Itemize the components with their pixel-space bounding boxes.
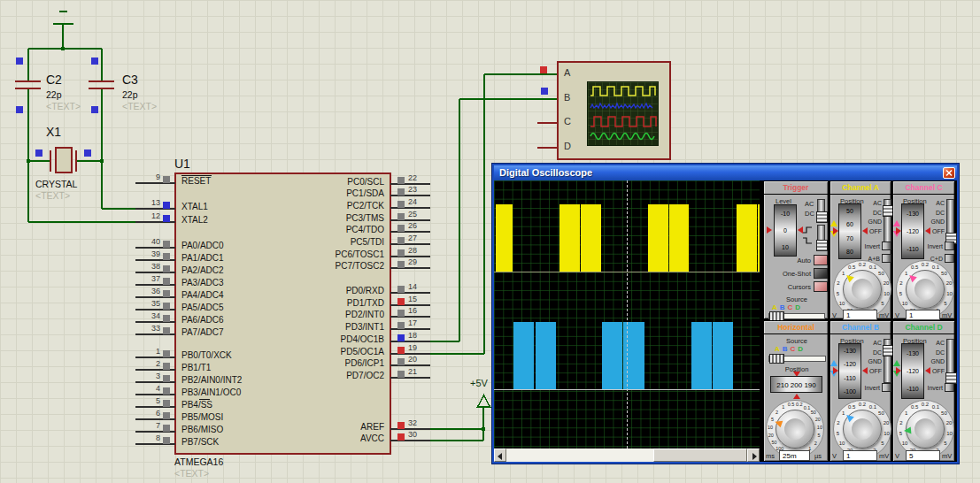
coupling-option: AC — [936, 199, 945, 209]
u1-ref[interactable]: U1 — [174, 157, 190, 171]
scroll-left-button[interactable] — [494, 448, 506, 462]
channel-d-knob-pointer — [904, 408, 946, 450]
u1-pin-label: XTAL1 — [181, 202, 208, 211]
u1-pin-label: PB3/AIN1/OC0 — [181, 387, 241, 397]
close-button[interactable] — [943, 167, 955, 179]
crystal-x1[interactable] — [50, 148, 76, 172]
knob-scale-label: 10 — [817, 425, 822, 430]
u1-pin-number: 3 — [123, 372, 160, 380]
pwm-pulse-series-0 — [669, 204, 689, 272]
channel-b-invert-button[interactable] — [882, 383, 891, 392]
channel-a-position-value: 50 — [846, 208, 853, 214]
coupling-option: DC — [936, 349, 945, 358]
channel-a-invert-button[interactable] — [882, 242, 891, 250]
scope-cursor-line[interactable] — [627, 180, 628, 448]
oscilloscope-part-input-a[interactable]: A — [564, 67, 570, 78]
right-arrow-icon — [752, 453, 757, 460]
channel-a-position-display[interactable]: 50607080 — [838, 203, 861, 259]
trigger-coupling-toggle[interactable] — [817, 199, 825, 222]
u1-pin-number: 20 — [408, 355, 417, 364]
channel-b-pos-arrow-left — [833, 367, 838, 374]
trigger-level-display[interactable]: -10010 — [774, 204, 797, 257]
channel-b-coupling-slider[interactable] — [884, 339, 891, 383]
c2-value[interactable]: 22p — [46, 89, 62, 100]
u1-type[interactable]: ATMEGA16 — [174, 456, 223, 467]
u1-pin-number: 35 — [123, 299, 160, 308]
window-titlebar[interactable]: Digital Oscilloscope — [494, 165, 957, 180]
channel-d-invert-button[interactable] — [945, 383, 954, 392]
channel-c-up-arrow-icon[interactable] — [893, 220, 900, 226]
channel-c-position-display[interactable]: -130-120-110 — [901, 203, 924, 259]
u1-pin-label: AVCC — [297, 433, 384, 443]
knob-scale-label: 0.2 — [922, 262, 929, 267]
channel-a-up-arrow-icon[interactable] — [830, 220, 837, 226]
u1-pin-number: 24 — [408, 197, 417, 206]
x1-type[interactable]: CRYSTAL — [35, 179, 77, 189]
u1-pin-number: 36 — [123, 287, 160, 295]
knob-scale-label: 0.5 — [911, 404, 918, 410]
coupling-option: DC — [873, 349, 882, 358]
u1-pin-number: 15 — [408, 295, 417, 303]
horizontal-source-slider[interactable] — [768, 356, 826, 362]
c2-ref[interactable]: C2 — [46, 73, 62, 87]
channel-b-gain-value[interactable]: 1 — [843, 450, 877, 461]
trigger-level-value: 10 — [782, 244, 789, 250]
u1-pin-label: PB7/SCK — [181, 437, 219, 447]
u1-pin-number: 16 — [408, 306, 417, 315]
left-arrow-icon — [498, 453, 502, 460]
horizontal-timebase-value[interactable]: 25m — [779, 450, 810, 461]
u1-pin-number: 40 — [123, 237, 160, 246]
trigger-source-channels: ABCD — [772, 303, 800, 311]
u1-pin-number: 22 — [408, 173, 417, 182]
u1-pin-label: PA1/ADC1 — [181, 253, 224, 263]
oscilloscope-part-input-d[interactable]: D — [564, 141, 571, 151]
u1-pin-number: 9 — [123, 172, 160, 181]
pwm-pulse-series-1 — [602, 322, 622, 389]
u1-pin-label: PA3/ADC3 — [181, 278, 224, 288]
channel-b-up-arrow-icon[interactable] — [830, 360, 837, 366]
channel-c-invert-button[interactable] — [945, 242, 954, 250]
c3-value[interactable]: 22p — [122, 89, 138, 100]
u1-pin-label: PC6/TOSC1 — [297, 249, 384, 259]
u1-pin-label: PA4/ADC4 — [181, 290, 224, 300]
u1-pin-label: PC4/TDO — [297, 225, 384, 234]
knob-scale-label: 10 — [839, 301, 845, 306]
trigger-cursors-button[interactable] — [814, 281, 828, 292]
channel-d-coupling-slider[interactable] — [946, 339, 954, 383]
u1-pin-label: PD6/ICP1 — [297, 358, 384, 368]
scope-display — [494, 180, 760, 448]
horizontal-position-display[interactable]: 210 200 190 — [770, 376, 822, 393]
channel-b-position-value: -110 — [844, 375, 856, 381]
display-scrollbar[interactable] — [494, 448, 760, 462]
oscilloscope-part-pins[interactable] — [537, 123, 558, 148]
channel-d-panel: Channel D Position -130-120-110 ACDCGNDO… — [892, 320, 955, 462]
channel-d-gain-value[interactable]: 5 — [906, 450, 940, 461]
channel-c-coupling-slider[interactable] — [946, 199, 954, 243]
channel-b-coupling-labels: ACDCGNDOFF — [860, 339, 882, 376]
scroll-thumb[interactable] — [653, 448, 747, 462]
knob-scale-label: 10 — [946, 431, 953, 436]
trigger-auto-button[interactable] — [814, 255, 828, 265]
channel-b-position-value: -120 — [844, 361, 856, 367]
trigger-source-slider[interactable] — [768, 313, 825, 319]
channel-a-gain-value[interactable]: 1 — [843, 310, 877, 320]
channel-d-up-arrow-icon[interactable] — [893, 360, 900, 366]
x1-ref[interactable]: X1 — [46, 125, 61, 139]
channel-d-unit-v: V — [895, 452, 899, 460]
capacitor-plates[interactable] — [15, 81, 114, 88]
trigger-oneshot-button[interactable] — [814, 268, 828, 279]
power-5v-icon[interactable] — [478, 395, 490, 407]
knob-scale-label: 0.2 — [859, 262, 866, 267]
channel-a-coupling-slider[interactable] — [884, 199, 891, 243]
oscilloscope-part-input-b[interactable]: B — [564, 92, 570, 103]
scroll-right-button[interactable] — [747, 448, 760, 462]
channel-b-position-value: -130 — [844, 348, 856, 354]
coupling-option: AC — [936, 339, 945, 349]
power-5v-label: +5V — [470, 378, 488, 388]
oscilloscope-part-input-c[interactable]: C — [564, 116, 571, 126]
channel-c-gain-value[interactable]: 1 — [906, 310, 940, 320]
trigger-edge-toggle[interactable] — [817, 225, 825, 250]
knob-scale-label: 5 — [771, 417, 774, 422]
c3-ref[interactable]: C3 — [122, 73, 138, 87]
trigger-level-value: 0 — [783, 227, 787, 234]
